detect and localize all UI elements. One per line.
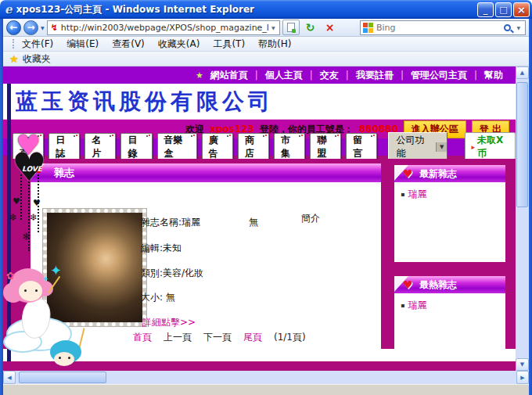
magazine-panel-header: 雜志 (31, 163, 381, 182)
tab-message[interactable]: 留言 (346, 133, 377, 162)
field-name-label: 雜志名稱: (141, 217, 182, 228)
pagination-next[interactable]: 下一頁 (203, 331, 232, 344)
love-label: LOVE (22, 165, 42, 173)
pagination-first[interactable]: 首頁 (133, 331, 152, 344)
nav-help[interactable]: 幫助 (484, 69, 503, 82)
refresh-button[interactable]: ↻ (302, 20, 319, 35)
stop-button[interactable]: × (322, 20, 339, 35)
nav-manage-company[interactable]: 管理公司主頁 (411, 69, 467, 82)
maximize-button[interactable]: □ (495, 2, 512, 17)
twin-eye (59, 357, 61, 359)
heart-icon: ♥ (403, 165, 413, 182)
field-name-value: 瑞麗 (182, 217, 200, 228)
latest-magazines-title: 最新雜志 (419, 168, 457, 179)
window-title: xpos123-公司主頁 - Windows Internet Explorer (16, 3, 476, 16)
search-input[interactable] (376, 23, 502, 33)
address-input[interactable] (61, 23, 269, 33)
nav-personal-home[interactable]: 個人主頁 (265, 69, 303, 82)
nav-star-icon: ★ (196, 70, 203, 81)
pagination-info: (1/1頁) (274, 331, 306, 344)
favorites-label[interactable]: 收藏夹 (23, 52, 51, 66)
address-bar[interactable]: ↯ ▼ (47, 20, 280, 35)
field-category: 類別:美容/化妝 (141, 267, 203, 280)
intro-value: 無 (249, 216, 258, 229)
snowflake-icon: ❄ (30, 212, 38, 223)
menu-edit[interactable]: 编辑(E) (66, 38, 99, 51)
horizontal-scrollbar[interactable]: ◀ ▶ (3, 371, 529, 384)
minimize-button[interactable]: _ (477, 2, 494, 17)
coin-button[interactable]: ▸ 未取X币 (465, 132, 516, 162)
blue-twin-character-decoration (44, 340, 91, 371)
field-size-value: 無 (163, 292, 175, 303)
intro-label: 簡介 (301, 212, 320, 225)
scroll-up-button[interactable]: ▲ (516, 66, 529, 79)
star-sparkle-icon: ✦ (42, 275, 49, 283)
company-functions-dropdown[interactable]: 公司功能 ▼ (388, 132, 448, 162)
bullet-icon: ▪ (401, 191, 404, 198)
tab-card[interactable]: 名片 (84, 133, 116, 162)
detail-link[interactable]: 詳細點擊>> (142, 316, 196, 329)
tab-alliance[interactable]: 聯盟 (310, 133, 341, 162)
menu-tools[interactable]: 工具(T) (213, 38, 245, 51)
angel-eye (35, 289, 38, 292)
chevron-down-icon[interactable]: ▼ (436, 142, 447, 152)
search-dropdown-icon[interactable]: ▼ (514, 25, 523, 31)
coin-button-label: 未取X币 (477, 134, 509, 160)
site-tab-bar: 首頁 日誌 名片 目錄 音樂盒 廣告 商店 市集 聯盟 留言 公司功能 ▼ ▸ … (3, 138, 516, 159)
browser-window: e xpos123-公司主頁 - Windows Internet Explor… (0, 0, 532, 395)
nav-friends[interactable]: 交友 (320, 69, 339, 82)
scroll-left-button[interactable]: ◀ (3, 371, 16, 384)
tab-blog[interactable]: 日誌 (49, 133, 80, 162)
vertical-scrollbar[interactable]: ▲ ▼ (516, 66, 529, 371)
nav-separator: | (474, 70, 477, 81)
close-button[interactable]: × (513, 2, 530, 17)
tab-shop[interactable]: 商店 (238, 133, 269, 162)
site-top-nav: ★ 網站首頁 | 個人主頁 | 交友 | 我要註冊 | 管理公司主頁 | 幫助 (3, 66, 516, 84)
favorites-star-icon[interactable]: ★ (9, 53, 19, 65)
tab-ads[interactable]: 廣告 (202, 133, 233, 162)
latest-magazines-list: ▪瑞麗 (394, 182, 505, 262)
scroll-down-button[interactable]: ▼ (516, 358, 529, 371)
menu-view[interactable]: 查看(V) (112, 38, 145, 51)
back-button[interactable]: ← (6, 20, 21, 35)
magazine-panel-body: 雜志名稱:瑞麗 編輯:未知 類別:美容/化妝 大小: 無 簡介 無 詳細點擊>> (31, 182, 381, 349)
nav-site-home[interactable]: 網站首頁 (210, 69, 248, 82)
compatibility-view-button[interactable] (282, 20, 300, 35)
title-bar[interactable]: e xpos123-公司主頁 - Windows Internet Explor… (0, 0, 532, 19)
field-name: 雜志名稱:瑞麗 (141, 216, 200, 229)
menu-favorites[interactable]: 收藏夹(A) (158, 38, 200, 51)
nav-register[interactable]: 我要註冊 (356, 69, 394, 82)
page-icon (287, 23, 295, 32)
pagination-prev[interactable]: 上一頁 (164, 331, 192, 344)
pagination-last[interactable]: 尾頁 (243, 331, 262, 344)
forward-button[interactable]: → (23, 20, 38, 35)
field-editor-label: 編輯: (141, 242, 163, 253)
menu-help[interactable]: 帮助(H) (258, 38, 291, 51)
magazine-panel-title: 雜志 (54, 167, 74, 178)
vertical-scrollbar-thumb[interactable] (516, 82, 528, 207)
window-border-right (529, 19, 532, 395)
hottest-magazine-link[interactable]: 瑞麗 (408, 300, 426, 311)
angel-eye (24, 289, 27, 292)
snowflake-icon: ❄ (9, 212, 17, 223)
search-box[interactable]: ▼ (360, 20, 526, 35)
tab-catalog[interactable]: 目錄 (120, 133, 152, 162)
tab-musicbox[interactable]: 音樂盒 (157, 133, 197, 162)
latest-magazine-link[interactable]: 瑞麗 (408, 189, 426, 199)
hottest-magazines-header: ♥ 最熱雜志 (394, 276, 505, 293)
search-magnifier-icon[interactable] (504, 24, 511, 31)
hottest-magazines-list: ▪瑞麗 (394, 293, 505, 349)
address-dropdown-icon[interactable]: ▼ (269, 25, 278, 31)
company-title-band: 蓝玉资讯股份有限公司 (3, 84, 516, 119)
window-bottom-edge (3, 384, 529, 395)
small-heart-icon: ♥ (13, 196, 20, 206)
star-sparkle-icon: ✦ (50, 262, 62, 278)
history-dropdown-icon[interactable]: ▼ (41, 25, 45, 31)
main-area: 雜志 雜志名稱:瑞麗 編輯:未知 類別:美容/化妝 大小: 無 (3, 159, 516, 349)
tab-market[interactable]: 市集 (274, 133, 305, 162)
menu-file[interactable]: 文件(F) (22, 38, 53, 51)
nav-separator: | (310, 70, 313, 81)
horizontal-scrollbar-thumb[interactable] (19, 372, 106, 383)
twin-eye (68, 357, 70, 359)
scroll-right-button[interactable]: ▶ (516, 371, 529, 384)
